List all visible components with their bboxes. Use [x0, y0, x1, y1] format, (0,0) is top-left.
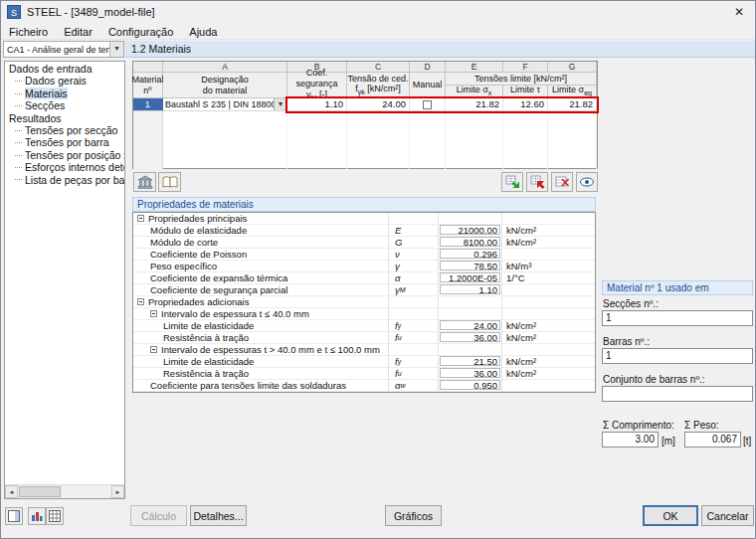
material-library-button[interactable]	[133, 172, 156, 192]
total-length-label: Σ Comprimento:	[603, 420, 674, 431]
scrollbar-thumb[interactable]	[19, 486, 61, 497]
window-title: STEEL - [3489_model-file]	[27, 6, 155, 18]
tree-connector	[15, 130, 22, 131]
panel-toggle-button[interactable]	[5, 507, 23, 525]
nav-item-tensoes-por-barra[interactable]: Tensões por barra	[5, 136, 124, 148]
nav-item-tensoes-por-seccao[interactable]: Tensões por secção	[5, 124, 124, 136]
export-to-library-button[interactable]	[526, 172, 548, 192]
property-symbol: ν	[388, 249, 438, 260]
column-header-designation: Designação do material	[163, 73, 287, 98]
column-header-safety-coef: Coef. segurança γM [-]	[287, 73, 347, 98]
menu-ficheiro[interactable]: Ficheiro	[1, 23, 56, 39]
yield-stress-cell[interactable]: 24.00	[347, 98, 410, 111]
design-case-combo[interactable]: CA1 - Análise geral de tensões ▾	[3, 41, 124, 58]
property-unit	[501, 308, 595, 319]
property-row[interactable]: Coeficiente de expansão térmicaα1.2000E-…	[133, 272, 595, 284]
nav-section-dados-de-entrada[interactable]: Dados de entrada	[5, 63, 124, 75]
header-symbol: Limite σeq	[552, 85, 592, 97]
property-row[interactable]: Limite de elasticidadefy24.00kN/cm²	[133, 320, 595, 332]
limit-tau-cell[interactable]: 12.60	[503, 98, 548, 111]
total-weight-field[interactable]: 0.067	[684, 432, 741, 448]
property-row[interactable]: Coeficiente de segurança parcialγM1.10	[133, 284, 595, 296]
limit-sigma-eq-cell[interactable]: 21.82	[548, 98, 597, 111]
nav-item-tensoes-por-posicao-x[interactable]: Tensões por posição x	[5, 149, 124, 161]
property-group-row[interactable]: Propriedades principais	[133, 213, 595, 225]
property-row[interactable]: Coeficiente para tensões limite das sold…	[133, 380, 595, 392]
designation-dropdown-arrow-icon[interactable]: ▾	[274, 98, 286, 110]
edit-material-button[interactable]	[158, 172, 181, 192]
property-group-row[interactable]: Intervalo de espessuras t > 40.0 mm e t …	[133, 344, 595, 356]
tables-button[interactable]	[46, 507, 64, 525]
property-symbol	[388, 308, 438, 319]
collapse-toggle-icon[interactable]	[137, 298, 144, 305]
total-length-field[interactable]: 3.00	[602, 432, 659, 448]
collapse-toggle-icon[interactable]	[150, 346, 157, 353]
property-label: Módulo de elasticidade	[150, 225, 247, 236]
property-value[interactable]: 78.50	[440, 261, 500, 270]
calculation-button[interactable]: Cálculo	[130, 505, 187, 526]
nav-section-resultados[interactable]: Resultados	[5, 112, 124, 124]
property-value[interactable]: 1.2000E-05	[440, 272, 500, 282]
property-value[interactable]: 21.50	[440, 356, 500, 366]
nav-item-lista-de-pecas-por-barra[interactable]: Lista de peças por barra	[5, 174, 124, 186]
details-button[interactable]: Detalhes...	[190, 505, 247, 526]
property-value-empty	[438, 344, 501, 355]
ok-button[interactable]: OK	[643, 505, 698, 526]
menu-editar[interactable]: Editar	[56, 23, 100, 39]
property-value[interactable]: 0.296	[440, 249, 500, 259]
graphics-button[interactable]: Gráficos	[385, 505, 442, 526]
graphic-window-button[interactable]	[28, 507, 46, 525]
property-label: Coeficiente de Poisson	[150, 249, 247, 260]
nav-item-label: Lista de peças por barra	[25, 174, 124, 186]
property-value[interactable]: 24.00	[440, 320, 500, 330]
navigator-panel: Dados de entradaDados geraisMateriaisSec…	[4, 61, 125, 499]
bars-value-field[interactable]: 1	[602, 348, 753, 364]
scroll-left-button[interactable]: ◄	[5, 485, 18, 498]
property-row[interactable]: Módulo de elasticidadeE21000.00kN/cm²	[133, 225, 595, 237]
property-row[interactable]: Coeficiente de Poissonν0.296	[133, 249, 595, 261]
property-value[interactable]: 8100.00	[440, 237, 500, 247]
nav-item-seccoes[interactable]: Secções	[5, 99, 124, 111]
menu-ajuda[interactable]: Ajuda	[181, 23, 225, 39]
property-value[interactable]: 36.00	[440, 368, 500, 378]
property-value[interactable]: 21000.00	[440, 225, 500, 235]
property-value[interactable]: 0.950	[440, 380, 500, 390]
column-header-limit-stresses: Tensões limite [kN/cm²] Limite σx Limite…	[446, 73, 597, 98]
view-material-button[interactable]	[576, 172, 598, 192]
manual-checkbox[interactable]	[423, 100, 432, 109]
nav-item-label: Tensões por barra	[25, 136, 109, 148]
property-row[interactable]: Limite de elasticidadefy21.50kN/cm²	[133, 356, 595, 368]
safety-coef-cell[interactable]: 1.10	[287, 98, 347, 111]
menu-configuracao[interactable]: Configuração	[100, 23, 181, 39]
collapse-toggle-icon[interactable]	[137, 215, 144, 222]
header-line: Designação	[201, 75, 249, 86]
nav-item-dados-gerais[interactable]: Dados gerais	[5, 75, 124, 87]
collapse-toggle-icon[interactable]	[150, 310, 157, 317]
import-from-library-button[interactable]	[501, 172, 523, 192]
combo-dropdown-arrow-icon[interactable]: ▾	[109, 42, 123, 57]
material-designation-combo[interactable]: Baustahl S 235 | DIN 18800-1: ▾	[163, 98, 287, 111]
library-icon	[137, 175, 153, 189]
sections-value-field[interactable]: 1	[602, 310, 753, 326]
material-row[interactable]: 1 Baustahl S 235 | DIN 18800-1: ▾ 1.10 2…	[133, 98, 597, 111]
property-row[interactable]: Peso específicoγ78.50kN/m³	[133, 261, 595, 272]
close-button[interactable]: ✕	[723, 1, 755, 23]
nav-horizontal-scrollbar[interactable]: ◄ ►	[5, 484, 124, 498]
property-value[interactable]: 36.00	[440, 332, 500, 342]
nav-item-esforcos-internos-determinante[interactable]: Esforços internos determinante	[5, 161, 124, 173]
property-row[interactable]: Módulo de corteG8100.00kN/cm²	[133, 237, 595, 249]
cancel-button[interactable]: Cancelar	[701, 505, 754, 526]
property-value[interactable]: 1.10	[440, 284, 500, 294]
property-group-row[interactable]: Propriedades adicionais	[133, 296, 595, 308]
delete-entries-button[interactable]	[551, 172, 573, 192]
property-row[interactable]: Resistência à traçãofu36.00kN/cm²	[133, 368, 595, 380]
property-row[interactable]: Resistência à traçãofu36.00kN/cm²	[133, 332, 595, 344]
property-label: Intervalo de espessuras t > 40.0 mm e t …	[161, 344, 380, 355]
material-number-cell[interactable]: 1	[133, 98, 163, 111]
property-symbol: fu	[388, 332, 438, 343]
scroll-right-button[interactable]: ►	[111, 485, 124, 498]
limit-sigma-cell[interactable]: 21.82	[446, 98, 503, 111]
nav-item-materiais[interactable]: Materiais	[5, 88, 124, 99]
property-group-row[interactable]: Intervalo de espessura t ≤ 40.0 mm	[133, 308, 595, 320]
member-sets-value-field[interactable]	[602, 386, 753, 402]
